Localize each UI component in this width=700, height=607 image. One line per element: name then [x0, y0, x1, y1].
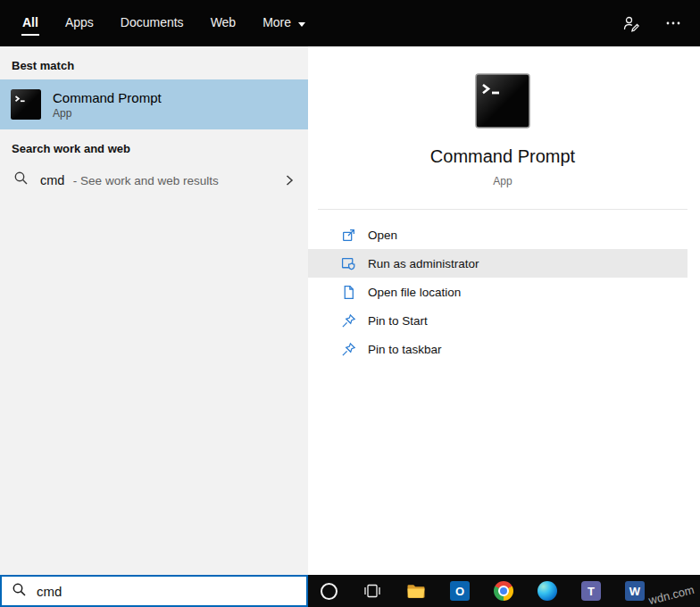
suggestion-query: cmd: [40, 173, 64, 187]
pin-icon: [341, 342, 356, 357]
chrome-icon[interactable]: [493, 580, 514, 602]
tab-web[interactable]: Web: [210, 0, 238, 46]
feedback-icon[interactable]: [621, 14, 639, 32]
outlook-glyph: O: [450, 581, 470, 601]
run-as-admin-icon: [341, 256, 356, 271]
action-open-file-location-label: Open file location: [368, 286, 461, 299]
taskbar-search-box[interactable]: [0, 575, 308, 607]
filter-tabs: All Apps Documents Web More: [0, 0, 305, 46]
preview-title: Command Prompt: [318, 146, 688, 167]
search-icon: [12, 582, 27, 601]
best-match-subtitle: App: [53, 107, 162, 120]
search-input[interactable]: [37, 584, 296, 599]
tab-more-label: More: [262, 11, 292, 36]
search-work-web-header: Search work and web: [0, 129, 308, 162]
action-run-as-administrator[interactable]: Run as administrator: [308, 249, 688, 278]
cortana-icon[interactable]: [318, 580, 339, 602]
search-filter-bar: All Apps Documents Web More: [0, 0, 700, 46]
bottom-bar: O T W: [0, 575, 700, 607]
tab-apps[interactable]: Apps: [64, 0, 95, 46]
context-actions: Open Run as administrator: [308, 210, 688, 363]
topbar-actions: [621, 0, 700, 46]
chevron-down-icon: [298, 22, 305, 27]
action-pin-to-start-label: Pin to Start: [368, 314, 428, 328]
tab-documents[interactable]: Documents: [120, 0, 185, 46]
tab-web-label: Web: [210, 11, 238, 36]
action-pin-to-taskbar[interactable]: Pin to taskbar: [308, 335, 688, 363]
task-view-icon[interactable]: [362, 580, 383, 602]
suggestion-text: cmd - See work and web results: [40, 172, 219, 188]
search-flyout-body: Best match Command Prompt App Search wor…: [0, 46, 700, 575]
best-match-text: Command Prompt App: [53, 89, 162, 120]
action-pin-to-start[interactable]: Pin to Start: [308, 306, 688, 335]
file-explorer-icon[interactable]: [405, 580, 427, 602]
action-open[interactable]: Open: [308, 220, 688, 249]
teams-glyph: T: [581, 581, 601, 601]
edge-icon[interactable]: [537, 580, 558, 602]
tab-documents-label: Documents: [120, 11, 185, 36]
results-panel: Best match Command Prompt App Search wor…: [0, 46, 308, 575]
tab-apps-label: Apps: [64, 11, 95, 36]
file-location-icon: [341, 285, 356, 300]
word-icon[interactable]: W: [624, 580, 646, 602]
teams-icon[interactable]: T: [580, 580, 602, 602]
command-prompt-icon: [11, 89, 41, 120]
tab-all[interactable]: All: [21, 0, 39, 46]
search-icon: [13, 170, 29, 189]
command-prompt-icon: [475, 73, 530, 129]
left-panel-spacer: [0, 197, 308, 575]
best-match-title: Command Prompt: [53, 89, 162, 107]
pin-icon: [341, 313, 356, 328]
action-run-as-admin-label: Run as administrator: [368, 257, 479, 270]
open-icon: [341, 228, 356, 243]
suggestion-description: - See work and web results: [73, 174, 219, 187]
word-glyph: W: [625, 581, 645, 601]
action-pin-to-taskbar-label: Pin to taskbar: [368, 343, 442, 356]
outlook-icon[interactable]: O: [449, 580, 471, 602]
tab-more[interactable]: More: [262, 0, 305, 46]
best-match-header: Best match: [0, 46, 308, 79]
tab-all-label: All: [21, 11, 39, 36]
action-open-label: Open: [368, 229, 397, 242]
action-open-file-location[interactable]: Open file location: [308, 278, 688, 306]
preview-panel: Command Prompt App Open: [308, 46, 700, 575]
taskbar: O T W: [308, 575, 700, 607]
web-suggestion-cmd[interactable]: cmd - See work and web results: [0, 162, 308, 197]
ellipsis-icon[interactable]: [664, 14, 682, 32]
app-preview: Command Prompt App: [318, 46, 688, 210]
best-match-result-command-prompt[interactable]: Command Prompt App: [0, 79, 308, 129]
preview-subtitle: App: [318, 175, 688, 187]
chevron-right-icon[interactable]: [283, 174, 296, 187]
